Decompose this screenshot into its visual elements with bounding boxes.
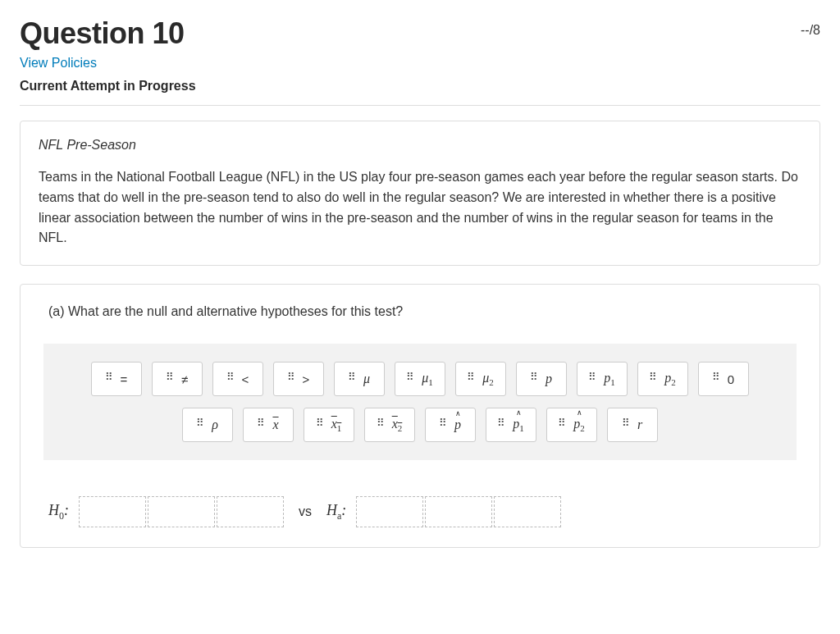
question-title: Question 10	[20, 16, 185, 51]
ha-slot-2[interactable]	[425, 496, 492, 527]
chip-zero[interactable]: 0	[698, 362, 749, 396]
chip-symbol: μ2	[482, 371, 494, 387]
chip-p[interactable]: p	[516, 362, 567, 396]
chip-lt[interactable]: <	[212, 362, 263, 396]
chip-symbol: x2	[392, 417, 403, 433]
chip-subscript: 2	[489, 377, 494, 387]
chip-symbol: ≠	[181, 372, 188, 386]
chip-symbol: p1	[604, 371, 615, 387]
chip-subscript: 2	[398, 423, 403, 433]
chip-phat1[interactable]: p1	[486, 408, 536, 442]
grip-icon	[377, 421, 386, 429]
palette-row-2: ρxx1x2pp1p2r	[76, 408, 764, 442]
ha-slots	[356, 496, 561, 527]
grip-icon	[531, 375, 539, 383]
h0-slot-3[interactable]	[217, 496, 284, 527]
chip-symbol: 0	[728, 372, 734, 386]
chip-symbol: =	[121, 372, 128, 386]
chip-mu[interactable]: μ	[334, 362, 385, 396]
grip-icon	[349, 375, 357, 383]
attempt-status: Current Attempt in Progress	[20, 79, 820, 106]
grip-icon	[197, 421, 205, 429]
grip-icon	[288, 375, 296, 383]
h0-slot-2[interactable]	[148, 496, 215, 527]
chip-symbol: p1	[513, 417, 524, 433]
h0-label: H0:	[48, 502, 69, 522]
palette-row-1: =≠<>μμ1μ2pp1p20	[76, 362, 764, 396]
chip-symbol: μ1	[422, 371, 433, 387]
chip-r[interactable]: r	[607, 408, 658, 442]
part-a-card: (a) What are the null and alternative hy…	[20, 284, 820, 548]
grip-icon	[650, 375, 658, 383]
part-a-label: (a) What are the null and alternative hy…	[48, 304, 801, 319]
vs-label: vs	[299, 504, 312, 519]
prompt-subtitle: NFL Pre-Season	[39, 138, 801, 153]
chip-subscript: 1	[610, 377, 615, 387]
chip-mu2[interactable]: μ2	[455, 362, 506, 396]
grip-icon	[559, 421, 567, 429]
chip-symbol: p2	[664, 371, 676, 387]
chip-xbar[interactable]: x	[243, 408, 294, 442]
chip-symbol: x	[272, 417, 278, 432]
chip-gt[interactable]: >	[273, 362, 324, 396]
question-prompt-card: NFL Pre-Season Teams in the National Foo…	[20, 121, 820, 266]
chip-symbol: p2	[573, 417, 585, 433]
chip-symbol: p	[454, 417, 461, 432]
chip-eq[interactable]: =	[91, 362, 142, 396]
chip-xbar2[interactable]: x2	[364, 408, 415, 442]
chip-subscript: 1	[428, 377, 433, 387]
answer-area: H0: vs Ha:	[48, 496, 801, 527]
points-display: --/8	[801, 23, 820, 38]
chip-neq[interactable]: ≠	[152, 362, 203, 396]
chip-subscript: 1	[519, 423, 524, 433]
grip-icon	[498, 421, 506, 429]
grip-icon	[258, 421, 266, 429]
grip-icon	[713, 375, 721, 383]
chip-symbol: μ	[363, 372, 370, 386]
chip-p2[interactable]: p2	[637, 362, 688, 396]
chip-phat[interactable]: p	[425, 408, 476, 442]
symbol-palette: =≠<>μμ1μ2pp1p20 ρxx1x2pp1p2r	[43, 344, 797, 460]
chip-mu1[interactable]: μ1	[395, 362, 445, 396]
chip-symbol: >	[303, 372, 310, 386]
grip-icon	[227, 375, 235, 383]
prompt-body: Teams in the National Football League (N…	[39, 167, 801, 249]
grip-icon	[167, 375, 175, 383]
chip-symbol: <	[242, 372, 249, 386]
ha-label: Ha:	[326, 502, 346, 522]
grip-icon	[440, 421, 448, 429]
grip-icon	[623, 421, 631, 429]
chip-symbol: x1	[331, 417, 342, 433]
chip-p1[interactable]: p1	[577, 362, 628, 396]
ha-slot-1[interactable]	[356, 496, 423, 527]
grip-icon	[317, 421, 325, 429]
chip-symbol: p	[546, 372, 552, 386]
grip-icon	[468, 375, 476, 383]
h0-slots	[79, 496, 284, 527]
chip-symbol: ρ	[212, 417, 218, 432]
chip-xbar1[interactable]: x1	[304, 408, 354, 442]
ha-slot-3[interactable]	[494, 496, 561, 527]
chip-subscript: 2	[671, 377, 676, 387]
chip-rho[interactable]: ρ	[182, 408, 233, 442]
view-policies-link[interactable]: View Policies	[20, 56, 97, 71]
h0-slot-1[interactable]	[79, 496, 146, 527]
chip-symbol: r	[637, 417, 642, 432]
grip-icon	[589, 375, 597, 383]
chip-phat2[interactable]: p2	[546, 408, 597, 442]
chip-subscript: 2	[580, 423, 585, 433]
grip-icon	[106, 375, 114, 383]
chip-subscript: 1	[337, 423, 342, 433]
grip-icon	[407, 375, 415, 383]
